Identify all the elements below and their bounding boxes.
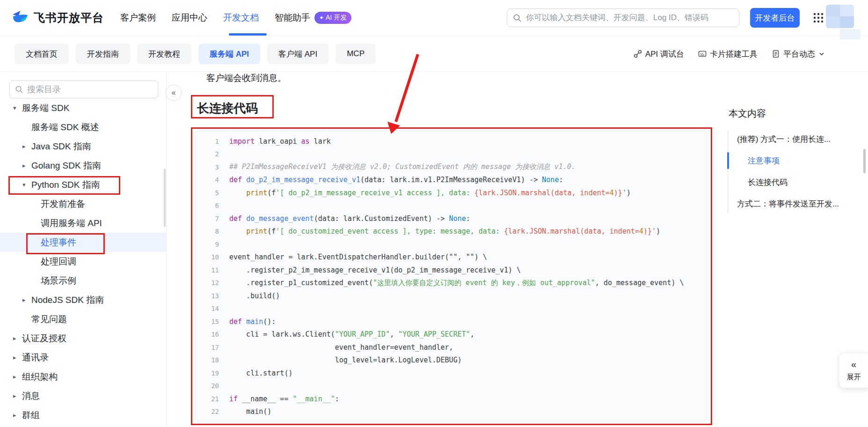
toc-item-注意事项[interactable]: 注意事项 <box>727 150 864 171</box>
sidebar-item-label: Java SDK 指南 <box>31 140 91 153</box>
code-segment: (): <box>263 317 276 326</box>
app-root: 飞书开放平台 客户案例应用中心开发文档智能助手✦AI 开发 开发者后台 <box>0 0 868 427</box>
sidebar-item-认证及授权[interactable]: ▸认证及授权 <box>0 329 166 348</box>
sidebar-item-组织架构[interactable]: ▸组织架构 <box>0 367 166 386</box>
code-segment: def <box>229 214 242 223</box>
sidebar-item-Python SDK 指南[interactable]: ▾Python SDK 指南 <box>0 175 166 194</box>
code-text: .build() <box>229 292 280 300</box>
code-text: def do_p2_im_message_receive_v1(data: la… <box>229 176 563 184</box>
code-segment: .build() <box>229 292 280 300</box>
sidebar-item-处理事件[interactable]: 处理事件 <box>0 233 166 252</box>
sidebar-item-开发前准备[interactable]: 开发前准备 <box>0 194 166 214</box>
quick-link-平台动态[interactable]: 平台动态 <box>772 49 825 59</box>
chevron-right-icon[interactable]: ▸ <box>22 143 31 150</box>
chevron-down-icon[interactable]: ▾ <box>22 181 31 188</box>
expand-panel-button[interactable]: « 展开 <box>839 353 868 388</box>
sidebar-item-场景示例[interactable]: 场景示例 <box>0 271 166 290</box>
code-text: if __name__ == "__main__": <box>229 395 339 403</box>
line-number: 13 <box>196 292 229 300</box>
code-segment: : <box>559 176 563 184</box>
code-text: .register_p1_customized_event("这里填入你要自定义… <box>229 279 684 287</box>
sidebar-item-NodeJS SDK 指南[interactable]: ▸NodeJS SDK 指南 <box>0 290 166 309</box>
sidebar-item-服务端 SDK[interactable]: ▾服务端 SDK <box>0 98 166 118</box>
chevron-right-icon[interactable]: ▸ <box>22 296 31 303</box>
line-number: 7 <box>196 215 229 222</box>
code-segment: def <box>229 317 242 326</box>
developer-console-button[interactable]: 开发者后台 <box>750 8 800 28</box>
chevron-right-icon[interactable]: ▸ <box>13 373 22 380</box>
chevron-right-icon[interactable]: ▸ <box>22 162 31 169</box>
nav-item-智能助手[interactable]: 智能助手✦AI 开发 <box>275 12 351 24</box>
tab-文档首页[interactable]: 文档首页 <box>15 44 69 64</box>
app-grid-icon[interactable] <box>813 12 824 23</box>
code-line: 12 .register_p1_customized_event("这里填入你要… <box>196 277 707 290</box>
sidebar-item-处理回调[interactable]: 处理回调 <box>0 252 166 271</box>
ai-badge-label: AI 开发 <box>326 14 347 22</box>
card-icon <box>698 50 707 58</box>
chevron-right-icon[interactable]: ▸ <box>13 412 22 419</box>
quick-link-label: 卡片搭建工具 <box>710 49 758 59</box>
avatar[interactable] <box>826 5 854 28</box>
code-line: 18 log_level=lark.LogLevel.DEBUG) <box>196 354 707 367</box>
sidebar-item-调用服务端 API[interactable]: 调用服务端 API <box>0 214 166 233</box>
toc-item-(推荐) 方式一：使用长连...[interactable]: (推荐) 方式一：使用长连... <box>727 128 864 150</box>
sidebar-collapse-button[interactable]: « <box>166 85 182 101</box>
line-number: 22 <box>196 408 229 415</box>
line-number: 20 <box>196 382 229 390</box>
nav-item-开发文档[interactable]: 开发文档 <box>223 12 259 24</box>
quick-link-卡片搭建工具[interactable]: 卡片搭建工具 <box>698 49 758 59</box>
sidebar-item-服务端 SDK 概述[interactable]: 服务端 SDK 概述 <box>0 118 166 137</box>
sidebar-item-label: 群组 <box>22 409 40 421</box>
code-segment: ## P2ImMessageReceiveV1 为接收消息 v2.0; Cust… <box>229 162 576 171</box>
sidebar-item-Java SDK 指南[interactable]: ▸Java SDK 指南 <box>0 137 166 156</box>
code-segment: log_level=lark.LogLevel.DEBUG) <box>229 356 462 364</box>
code-segment: cli = lark.ws.Client( <box>229 330 335 339</box>
chevron-right-icon[interactable]: ▸ <box>13 354 22 361</box>
quick-link-API 调试台[interactable]: API 调试台 <box>634 49 684 59</box>
code-segment: print <box>246 189 267 197</box>
code-segment: ) <box>656 227 660 236</box>
active-nav-underline <box>229 33 267 36</box>
search-input[interactable] <box>526 13 733 22</box>
toc-item-长连接代码[interactable]: 长连接代码 <box>727 171 864 193</box>
line-number: 16 <box>196 331 229 338</box>
sidebar-item-常见问题[interactable]: 常见问题 <box>0 309 166 329</box>
top-navbar: 飞书开放平台 客户案例应用中心开发文档智能助手✦AI 开发 开发者后台 <box>0 0 868 36</box>
code-line: 2 <box>196 148 707 161</box>
nav-item-应用中心[interactable]: 应用中心 <box>172 12 207 24</box>
tab-开发指南[interactable]: 开发指南 <box>76 44 130 64</box>
code-segment: None <box>449 214 466 223</box>
toc-item-方式二：将事件发送至开发...[interactable]: 方式二：将事件发送至开发... <box>727 193 864 214</box>
code-segment <box>229 227 246 236</box>
sidebar-item-群组[interactable]: ▸群组 <box>0 405 166 425</box>
sidebar-item-label: 处理事件 <box>41 236 76 249</box>
code-segment: (data: lark.CustomizedEvent) -> <box>314 214 449 223</box>
page-scrollbar[interactable] <box>863 149 866 173</box>
code-segment: main <box>246 317 263 326</box>
line-number: 3 <box>196 163 229 171</box>
tab-客户端 API[interactable]: 客户端 API <box>267 44 328 64</box>
chevron-right-icon[interactable]: ▸ <box>13 392 22 399</box>
code-segment: (data: lark.im.v1.P2ImMessageReceiveV1) … <box>360 176 542 184</box>
sidebar-search[interactable] <box>9 81 158 98</box>
line-number: 5 <box>196 189 229 197</box>
tab-开发教程[interactable]: 开发教程 <box>137 44 191 64</box>
chevron-down-icon[interactable]: ▾ <box>13 104 22 111</box>
logo[interactable]: 飞书开放平台 <box>12 10 104 25</box>
chevron-right-icon[interactable]: ▸ <box>13 335 22 342</box>
tab-MCP[interactable]: MCP <box>336 44 376 64</box>
sidebar-item-Golang SDK 指南[interactable]: ▸Golang SDK 指南 <box>0 156 166 175</box>
sidebar-search-input[interactable] <box>27 85 153 95</box>
code-segment: lark_oapi <box>255 137 301 146</box>
code-segment: 4 <box>610 189 614 197</box>
sidebar-item-通讯录[interactable]: ▸通讯录 <box>0 348 166 367</box>
code-segment: (f <box>267 189 276 197</box>
sidebar-item-消息[interactable]: ▸消息 <box>0 386 166 405</box>
global-search[interactable] <box>507 8 739 27</box>
doc-tabs: 文档首页开发指南开发教程服务端 API客户端 APIMCP <box>15 44 376 64</box>
code-line: 22 main() <box>196 405 707 419</box>
nav-item-客户案例[interactable]: 客户案例 <box>120 12 156 24</box>
toc-list: (推荐) 方式一：使用长连...注意事项长连接代码方式二：将事件发送至开发... <box>727 128 864 214</box>
sidebar-scrollbar[interactable] <box>164 169 166 227</box>
tab-服务端 API[interactable]: 服务端 API <box>198 44 260 64</box>
